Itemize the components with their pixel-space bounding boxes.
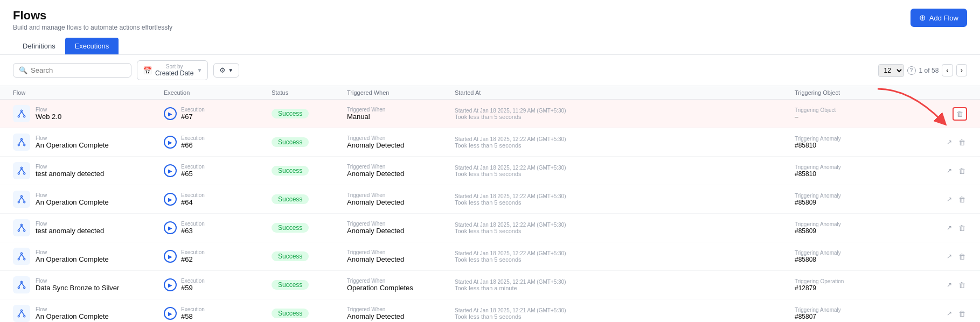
started-cell: Started At Jan 18 2025, 11:29 AM (GMT+5:…: [455, 108, 795, 120]
executions-table: Flow Execution Status Triggered When Sta…: [0, 86, 980, 322]
svg-point-12: [24, 173, 25, 174]
started-cell: Started At Jan 18 2025, 12:22 AM (GMT+5:…: [455, 136, 795, 149]
exec-play-icon: ▶: [164, 164, 177, 177]
flow-cell: Flow Web 2.0: [13, 105, 164, 122]
table-row: Flow test anomaly detected ▶ Execution #…: [0, 214, 980, 242]
status-cell: Success: [272, 137, 347, 147]
exec-cell: ▶ Execution #65: [164, 164, 272, 178]
page-size-select[interactable]: 12 25 50: [878, 64, 904, 77]
svg-point-30: [21, 281, 23, 283]
flow-icon: [13, 162, 30, 179]
status-badge: Success: [272, 251, 309, 261]
svg-point-21: [18, 230, 19, 232]
flow-cell: Flow test anomaly detected: [13, 162, 164, 179]
delete-button[interactable]: 🗑: [957, 222, 967, 234]
triggering-cell: Triggering Object –: [795, 107, 935, 121]
open-link-button[interactable]: ↗: [945, 251, 954, 262]
svg-point-1: [18, 116, 19, 117]
trigger-cell: Triggered When Anomaly Detected: [347, 249, 455, 263]
search-box[interactable]: 🔍: [13, 63, 131, 78]
actions-cell: ↗ 🗑: [935, 222, 967, 234]
svg-line-33: [19, 283, 22, 287]
plus-circle-icon: ⊕: [919, 13, 926, 23]
table-row: Flow An Operation Complete ▶ Execution #…: [0, 185, 980, 214]
filter-button[interactable]: ⚙ ▼: [213, 63, 239, 78]
status-badge: Success: [272, 166, 309, 176]
delete-button[interactable]: 🗑: [957, 308, 967, 319]
svg-line-34: [22, 283, 24, 287]
flow-cell: Flow An Operation Complete: [13, 248, 164, 265]
delete-button[interactable]: 🗑: [957, 194, 967, 205]
delete-button[interactable]: 🗑: [953, 107, 967, 121]
table-row: Flow An Operation Complete ▶ Execution #…: [0, 242, 980, 271]
trigger-cell: Triggered When Manual: [347, 107, 455, 121]
svg-point-32: [24, 287, 25, 289]
svg-point-7: [24, 144, 25, 146]
next-page-button[interactable]: ›: [956, 64, 967, 76]
status-cell: Success: [272, 280, 347, 290]
actions-cell: 🗑: [935, 107, 967, 121]
svg-line-3: [19, 111, 22, 116]
tab-bar: Definitions Executions: [13, 38, 967, 54]
svg-point-25: [21, 253, 23, 254]
flow-icon: [13, 105, 30, 122]
flow-icon: [13, 219, 30, 236]
delete-button[interactable]: 🗑: [957, 137, 967, 148]
page-info: 1 of 58: [919, 67, 939, 74]
prev-page-button[interactable]: ‹: [942, 64, 953, 76]
add-flow-button[interactable]: ⊕ Add Flow: [911, 9, 967, 27]
svg-line-28: [19, 254, 22, 258]
table-row: Flow An Operation Complete ▶ Execution #…: [0, 128, 980, 157]
open-link-button[interactable]: ↗: [945, 222, 954, 233]
svg-point-17: [24, 201, 25, 203]
flow-icon: [13, 305, 30, 322]
svg-line-18: [19, 197, 22, 201]
trigger-cell: Triggered When Operation Completes: [347, 278, 455, 292]
actions-cell: ↗ 🗑: [935, 251, 967, 262]
delete-button[interactable]: 🗑: [957, 279, 967, 291]
svg-point-37: [24, 316, 25, 317]
svg-point-15: [21, 195, 23, 197]
col-flow: Flow: [13, 89, 164, 96]
triggering-cell: Triggering Anomaly #85810: [795, 164, 935, 178]
svg-point-10: [21, 167, 23, 169]
flow-icon: [13, 248, 30, 265]
sort-button[interactable]: 📅 Sort by Created Date ▼: [137, 60, 208, 80]
started-cell: Started At Jan 18 2025, 12:22 AM (GMT+5:…: [455, 165, 795, 177]
actions-cell: ↗ 🗑: [935, 308, 967, 319]
col-actions: [935, 89, 967, 96]
tab-executions[interactable]: Executions: [65, 38, 119, 54]
exec-cell: ▶ Execution #67: [164, 107, 272, 121]
search-input[interactable]: [31, 66, 126, 74]
table-header: Flow Execution Status Triggered When Sta…: [0, 86, 980, 100]
svg-point-16: [18, 201, 19, 203]
started-cell: Started At Jan 18 2025, 12:21 AM (GMT+5:…: [455, 307, 795, 320]
col-started: Started At: [455, 89, 795, 96]
trigger-cell: Triggered When Anomaly Detected: [347, 221, 455, 235]
delete-button[interactable]: 🗑: [957, 251, 967, 262]
page-subtitle: Build and manage flows to automate actio…: [13, 24, 967, 31]
exec-play-icon: ▶: [164, 136, 177, 149]
svg-line-24: [22, 226, 24, 230]
search-icon: 🔍: [19, 66, 27, 74]
tab-definitions[interactable]: Definitions: [13, 38, 65, 54]
actions-cell: ↗ 🗑: [935, 165, 967, 177]
col-triggered: Triggered When: [347, 89, 455, 96]
help-icon: ?: [907, 66, 916, 75]
delete-button[interactable]: 🗑: [957, 165, 967, 177]
open-link-button[interactable]: ↗: [945, 137, 954, 148]
status-badge: Success: [272, 137, 309, 147]
status-badge: Success: [272, 109, 309, 118]
triggering-cell: Triggering Operation #12879: [795, 278, 935, 292]
open-link-button[interactable]: ↗: [945, 308, 954, 319]
open-link-button[interactable]: ↗: [945, 279, 954, 290]
open-link-button[interactable]: ↗: [945, 194, 954, 205]
status-cell: Success: [272, 109, 347, 118]
svg-point-26: [18, 258, 19, 260]
exec-cell: ▶ Execution #62: [164, 249, 272, 263]
flow-icon: [13, 134, 30, 151]
table-row: Flow Web 2.0 ▶ Execution #67 Success Tri…: [0, 100, 980, 128]
actions-cell: ↗ 🗑: [935, 279, 967, 291]
actions-cell: ↗ 🗑: [935, 137, 967, 148]
open-link-button[interactable]: ↗: [945, 165, 954, 176]
